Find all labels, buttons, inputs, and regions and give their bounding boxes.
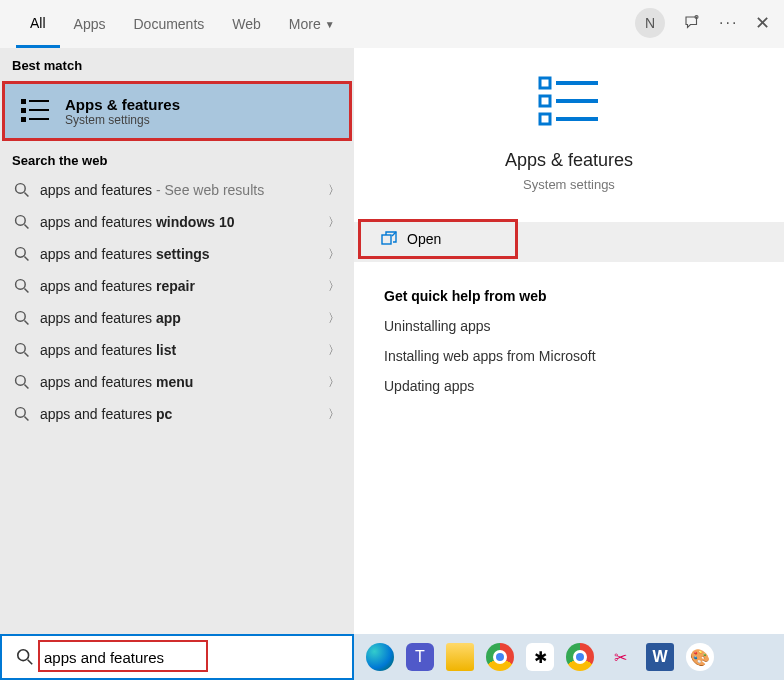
svg-point-13 [16,280,26,290]
user-avatar[interactable]: N [635,8,665,38]
close-button[interactable]: ✕ [755,12,770,34]
web-result-text: apps and features pc [40,406,340,422]
chevron-right-icon: 〉 [328,182,340,199]
section-search-web: Search the web [0,143,354,174]
svg-rect-5 [21,117,26,122]
search-icon [14,182,30,198]
svg-line-22 [24,416,28,420]
svg-point-15 [16,312,26,322]
chevron-right-icon: 〉 [328,374,340,391]
taskbar-chrome-icon[interactable] [486,643,514,671]
open-icon [381,231,397,247]
taskbar-paint-icon[interactable]: 🎨 [686,643,714,671]
search-icon [14,406,30,422]
web-result-text: apps and features - See web results [40,182,340,198]
web-result[interactable]: apps and features list〉 [0,334,354,366]
web-result-text: apps and features repair [40,278,340,294]
svg-line-8 [24,192,28,196]
top-right-controls: N ··· ✕ [635,8,770,38]
svg-rect-28 [556,117,598,121]
search-icon [14,374,30,390]
web-result[interactable]: apps and features windows 10〉 [0,206,354,238]
web-result[interactable]: apps and features - See web results〉 [0,174,354,206]
svg-rect-24 [556,81,598,85]
tab-more-label: More [289,16,321,32]
svg-rect-6 [29,118,49,120]
web-result-text: apps and features windows 10 [40,214,340,230]
chevron-down-icon: ▼ [325,19,335,30]
svg-line-18 [24,352,28,356]
search-icon [14,278,30,294]
taskbar-explorer-icon[interactable] [446,643,474,671]
open-label: Open [407,231,441,247]
help-link-uninstall[interactable]: Uninstalling apps [384,318,754,334]
svg-line-10 [24,224,28,228]
web-result[interactable]: apps and features menu〉 [0,366,354,398]
best-match-result[interactable]: Apps & features System settings [2,81,352,141]
search-icon [14,214,30,230]
taskbar-edge-icon[interactable] [366,643,394,671]
preview-pane: Apps & features System settings Open Get… [354,48,784,634]
taskbar-chrome2-icon[interactable] [566,643,594,671]
svg-rect-23 [540,78,550,88]
svg-point-7 [16,184,26,194]
search-input[interactable] [44,636,352,678]
search-box[interactable] [0,634,354,680]
svg-rect-27 [540,114,550,124]
tab-web[interactable]: Web [218,0,275,48]
web-result[interactable]: apps and features app〉 [0,302,354,334]
taskbar-word-icon[interactable]: W [646,643,674,671]
svg-line-16 [24,320,28,324]
search-icon [16,648,34,666]
preview-apps-features-icon [354,72,784,132]
chevron-right-icon: 〉 [328,214,340,231]
svg-rect-3 [21,108,26,113]
open-action-row[interactable]: Open [354,222,784,262]
web-result[interactable]: apps and features repair〉 [0,270,354,302]
svg-line-14 [24,288,28,292]
filter-tabs: All Apps Documents Web More ▼ N ··· ✕ [0,0,784,48]
web-result-text: apps and features list [40,342,340,358]
svg-rect-4 [29,109,49,111]
section-best-match: Best match [0,48,354,79]
best-match-subtitle: System settings [65,113,180,127]
web-result-text: apps and features settings [40,246,340,262]
chevron-right-icon: 〉 [328,246,340,263]
taskbar-teams-icon[interactable]: T [406,643,434,671]
svg-point-17 [16,344,26,354]
preview-subtitle: System settings [354,177,784,192]
tab-all[interactable]: All [16,0,60,48]
search-icon [14,310,30,326]
more-options-icon[interactable]: ··· [719,14,737,32]
svg-point-9 [16,216,26,226]
chevron-right-icon: 〉 [328,278,340,295]
chevron-right-icon: 〉 [328,406,340,423]
taskbar-slack-icon[interactable]: ✱ [526,643,554,671]
svg-line-12 [24,256,28,260]
best-match-title: Apps & features [65,96,180,113]
svg-rect-2 [29,100,49,102]
svg-line-31 [28,660,33,665]
svg-line-20 [24,384,28,388]
svg-rect-26 [556,99,598,103]
tab-documents[interactable]: Documents [119,0,218,48]
web-result-text: apps and features menu [40,374,340,390]
tab-apps[interactable]: Apps [60,0,120,48]
svg-point-30 [18,650,29,661]
taskbar: T ✱ ✂ W 🎨 [354,634,784,680]
apps-features-icon [19,94,53,128]
preview-title: Apps & features [354,150,784,171]
svg-rect-1 [21,99,26,104]
feedback-icon[interactable] [683,14,701,32]
search-icon [14,246,30,262]
bottom-bar: T ✱ ✂ W 🎨 [0,634,784,680]
tab-more[interactable]: More ▼ [275,0,349,48]
help-link-install-web[interactable]: Installing web apps from Microsoft [384,348,754,364]
svg-point-19 [16,376,26,386]
web-result[interactable]: apps and features settings〉 [0,238,354,270]
web-result[interactable]: apps and features pc〉 [0,398,354,430]
chevron-right-icon: 〉 [328,310,340,327]
svg-rect-29 [382,235,391,244]
taskbar-snip-icon[interactable]: ✂ [606,643,634,671]
help-link-update[interactable]: Updating apps [384,378,754,394]
